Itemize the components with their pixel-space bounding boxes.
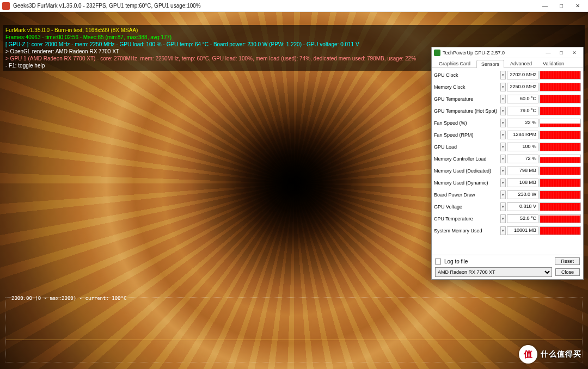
sensor-value: 52.0 °C: [507, 214, 538, 223]
gpuz-sensor-list[interactable]: GPU Clock▾2702.0 MHzMemory Clock▾2250.0 …: [432, 68, 583, 255]
close-button-footer[interactable]: Close: [555, 268, 580, 276]
sensor-row: System Memory Used▾10801 MB: [434, 225, 581, 237]
sensor-row: Memory Clock▾2250.0 MHz: [434, 81, 581, 93]
gpuz-tabstrip: Graphics Card Sensors Advanced Validatio…: [432, 58, 583, 68]
sensor-name: GPU Temperature: [434, 96, 499, 102]
gpuz-titlebar[interactable]: TechPowerUp GPU-Z 2.57.0 — □ ✕: [432, 47, 583, 58]
sensor-graph: [540, 214, 581, 223]
sensor-name: GPU Clock: [434, 72, 499, 78]
sensor-graph: [540, 167, 581, 175]
sensor-row: GPU Voltage▾0.818 V: [434, 201, 581, 213]
gpu-device-select[interactable]: AMD Radeon RX 7700 XT: [435, 267, 552, 277]
sensor-dropdown[interactable]: ▾: [500, 95, 506, 103]
sensor-graph: [540, 202, 581, 211]
sensor-value: 100 %: [507, 143, 538, 151]
sensor-row: CPU Temperature▾52.0 °C: [434, 213, 581, 225]
reset-button[interactable]: Reset: [555, 257, 580, 265]
sensor-name: Board Power Draw: [434, 192, 499, 198]
sensor-dropdown[interactable]: ▾: [500, 226, 506, 235]
sensor-row: Fan Speed (RPM)▾1284 RPM: [434, 129, 581, 141]
watermark-badge: 值: [519, 345, 537, 364]
sensor-value: 108 MB: [507, 179, 538, 187]
sensor-value: 72 %: [507, 155, 538, 163]
sensor-value: 79.0 °C: [507, 107, 538, 115]
furmark-titlebar[interactable]: Geeks3D FurMark v1.35.0.0 - 232FPS, GPU1…: [0, 0, 588, 12]
sensor-graph: [540, 131, 581, 139]
sensor-name: GPU Voltage: [434, 204, 499, 210]
sensor-name: Memory Controller Load: [434, 156, 499, 162]
sensor-name: System Memory Used: [434, 228, 499, 233]
maximize-button[interactable]: □: [553, 0, 569, 12]
sensor-graph: [540, 190, 581, 199]
watermark-text: 什么值得买: [541, 349, 581, 359]
sensor-row: GPU Load▾100 %: [434, 141, 581, 153]
watermark: 值 什么值得买: [519, 345, 581, 364]
window-controls: — □ ✕: [537, 0, 586, 12]
sensor-row: Memory Used (Dynamic)▾108 MB: [434, 177, 581, 189]
sensor-value: 2702.0 MHz: [507, 71, 538, 79]
gpuz-icon: [434, 50, 440, 56]
minimize-button[interactable]: —: [537, 0, 553, 12]
gpuz-window[interactable]: TechPowerUp GPU-Z 2.57.0 — □ ✕ Graphics …: [431, 47, 584, 280]
sensor-dropdown[interactable]: ▾: [500, 214, 506, 223]
sensor-graph: [540, 71, 581, 79]
sensor-value: 1284 RPM: [507, 131, 538, 139]
sensor-dropdown[interactable]: ▾: [500, 131, 506, 139]
gpuz-maximize-button[interactable]: □: [555, 47, 568, 58]
furmark-graph-label: 2000.00 (0 - max:2000) - current: 100°C: [11, 296, 126, 301]
sensor-dropdown[interactable]: ▾: [500, 119, 506, 127]
tab-graphics-card[interactable]: Graphics Card: [434, 59, 475, 67]
sensor-graph: [540, 155, 581, 163]
sensor-graph: [540, 107, 581, 115]
sensor-dropdown[interactable]: ▾: [500, 167, 506, 175]
gpuz-title: TechPowerUp GPU-Z 2.57.0: [443, 50, 542, 56]
tab-validation[interactable]: Validation: [538, 59, 569, 67]
tab-advanced[interactable]: Advanced: [505, 59, 537, 67]
sensor-name: GPU Temperature (Hot Spot): [434, 108, 499, 114]
gpuz-minimize-button[interactable]: —: [542, 47, 555, 58]
sensor-graph: [540, 83, 581, 91]
sensor-row: Board Power Draw▾230.0 W: [434, 189, 581, 201]
sensor-name: GPU Load: [434, 144, 499, 150]
sensor-dropdown[interactable]: ▾: [500, 143, 506, 151]
sensor-row: GPU Clock▾2702.0 MHz: [434, 69, 581, 81]
sensor-graph: [540, 95, 581, 103]
sensor-name: CPU Temperature: [434, 216, 499, 222]
sensor-value: 2250.0 MHz: [507, 83, 538, 91]
sensor-value: 0.818 V: [507, 202, 538, 211]
furmark-icon: [2, 2, 10, 10]
osd-line-frames: Frames:40963 - time:00:02:56 - Msec:85 (…: [5, 34, 583, 41]
close-button[interactable]: ✕: [569, 0, 586, 12]
sensor-value: 230.0 W: [507, 190, 538, 199]
sensor-row: GPU Temperature▾60.0 °C: [434, 93, 581, 105]
gpuz-close-button[interactable]: ✕: [568, 47, 581, 58]
sensor-name: Memory Used (Dynamic): [434, 180, 499, 186]
sensor-row: Fan Speed (%)▾22 %: [434, 117, 581, 129]
sensor-dropdown[interactable]: ▾: [500, 155, 506, 163]
osd-line-header: FurMark v1.35.0.0 - Burn-in test, 1168x5…: [5, 27, 583, 34]
furmark-graph: 2000.00 (0 - max:2000) - current: 100°C: [5, 297, 583, 362]
sensor-dropdown[interactable]: ▾: [500, 83, 506, 91]
furmark-title: Geeks3D FurMark v1.35.0.0 - 232FPS, GPU1…: [13, 3, 537, 9]
sensor-name: Memory Clock: [434, 84, 499, 90]
sensor-name: Memory Used (Dedicated): [434, 168, 499, 174]
sensor-dropdown[interactable]: ▾: [500, 190, 506, 199]
log-to-file-label: Log to file: [444, 259, 468, 265]
sensor-value: 60.0 °C: [507, 95, 538, 103]
tab-sensors[interactable]: Sensors: [476, 60, 504, 68]
log-to-file-checkbox[interactable]: [435, 259, 441, 265]
sensor-graph: [540, 226, 581, 235]
sensor-dropdown[interactable]: ▾: [500, 202, 506, 211]
sensor-dropdown[interactable]: ▾: [500, 179, 506, 187]
furmark-graph-line: [6, 340, 582, 340]
sensor-graph: [540, 119, 581, 127]
sensor-graph: [540, 143, 581, 151]
sensor-row: Memory Used (Dedicated)▾798 MB: [434, 165, 581, 177]
sensor-name: Fan Speed (%): [434, 120, 499, 126]
sensor-value: 798 MB: [507, 167, 538, 175]
sensor-value: 22 %: [507, 119, 538, 127]
sensor-name: Fan Speed (RPM): [434, 132, 499, 138]
sensor-dropdown[interactable]: ▾: [500, 107, 506, 115]
sensor-dropdown[interactable]: ▾: [500, 71, 506, 79]
sensor-graph: [540, 179, 581, 187]
